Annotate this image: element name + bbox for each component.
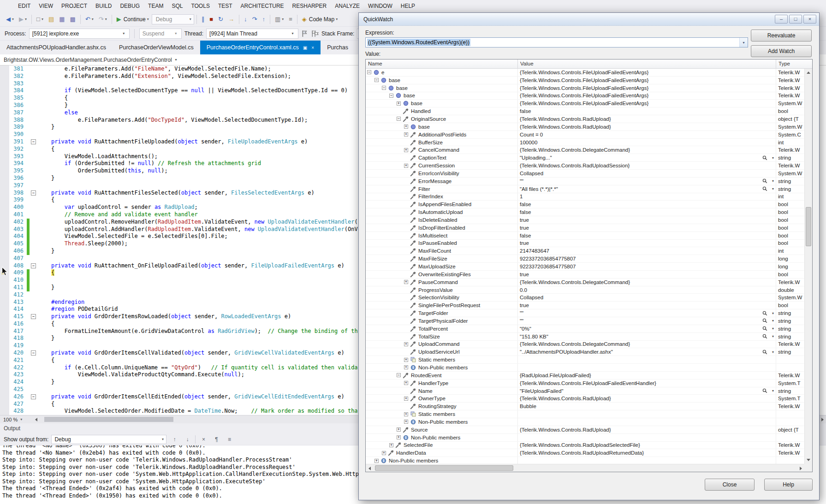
tab-pin-icon[interactable]: ▣ <box>303 45 307 50</box>
watch-hscrollbar[interactable] <box>366 464 804 472</box>
glyph-margin-cell[interactable] <box>0 182 9 190</box>
watch-row[interactable]: +HandlerType{Telerik.Windows.Controls.Fi… <box>366 379 804 387</box>
watch-row[interactable]: FilterIndex1int <box>366 193 804 201</box>
expression-dropdown-icon[interactable]: ▾ <box>739 38 748 47</box>
suspend-dropdown-icon[interactable]: ▾ <box>172 31 179 36</box>
glyph-margin-cell[interactable] <box>0 153 9 160</box>
glyph-margin-cell[interactable] <box>0 190 9 197</box>
menu-item-test[interactable]: TEST <box>214 0 237 12</box>
glyph-margin-cell[interactable] <box>0 131 9 138</box>
expand-icon[interactable]: + <box>404 365 408 369</box>
output-source-combo[interactable]: Debug ▾ <box>51 435 166 444</box>
glyph-margin-cell[interactable] <box>0 175 9 182</box>
zoom-dropdown-icon[interactable]: ▾ <box>20 417 22 421</box>
restart-button[interactable]: ↻ <box>216 14 226 25</box>
watch-row[interactable]: Handledfalsebool <box>366 107 804 115</box>
watch-row[interactable]: MaxFileCount2147483647int <box>366 247 804 255</box>
expand-icon[interactable]: + <box>404 125 408 129</box>
scroll-left-icon[interactable] <box>32 415 40 423</box>
visualizer-dropdown-icon[interactable]: ▾ <box>772 334 774 338</box>
glyph-margin-cell[interactable] <box>0 401 9 408</box>
watch-row[interactable]: RoutingStrategyBubbleTelerik.W <box>366 403 804 410</box>
watch-hscrollbar-thumb[interactable] <box>375 465 513 471</box>
watch-row[interactable]: MaxFileSize9223372036854775807long <box>366 255 804 263</box>
visualizer-dropdown-icon[interactable]: ▾ <box>772 350 774 354</box>
glyph-margin-cell[interactable] <box>0 328 9 335</box>
glyph-margin-cell[interactable] <box>0 117 9 124</box>
watch-row[interactable]: TotalSize"151.80 KB"▾string <box>366 333 804 341</box>
watch-window-button[interactable]: ▥▾ <box>273 14 286 25</box>
glyph-margin-cell[interactable] <box>0 277 9 284</box>
glyph-margin-cell[interactable] <box>0 196 9 204</box>
expand-icon[interactable]: + <box>404 381 408 385</box>
glyph-margin-cell[interactable] <box>0 291 9 299</box>
expand-icon[interactable]: + <box>397 435 401 439</box>
watch-row[interactable]: +SelectedFile{Telerik.Windows.Controls.R… <box>366 442 804 450</box>
glyph-margin-cell[interactable] <box>0 240 9 248</box>
redo-button[interactable]: ↷▾ <box>96 14 109 25</box>
glyph-margin-cell[interactable] <box>0 102 9 109</box>
menu-item-edit[interactable]: EDIT <box>14 0 35 12</box>
collapse-icon[interactable]: − <box>367 70 371 74</box>
tab-close-icon[interactable]: × <box>311 45 314 50</box>
reevaluate-button[interactable]: Reevaluate <box>751 30 812 42</box>
glyph-margin-cell[interactable] <box>0 306 9 313</box>
continue-button[interactable]: ▶Continue▾ <box>114 14 151 25</box>
glyph-margin-cell[interactable] <box>0 167 9 175</box>
save-button[interactable]: ▦ <box>57 14 67 25</box>
suspend-combo[interactable]: Suspend ▾ <box>139 29 182 39</box>
tab-2[interactable]: PurchaseOrderViewModel.cs <box>113 41 200 54</box>
menu-item-tools[interactable]: TOOLS <box>187 0 214 12</box>
column-header-type[interactable]: Type <box>776 59 812 68</box>
scroll-right-icon[interactable] <box>796 464 804 472</box>
visualizer-dropdown-icon[interactable]: ▾ <box>772 389 774 393</box>
visualizer-dropdown-icon[interactable]: ▾ <box>772 179 774 183</box>
back-button[interactable]: ◀▾ <box>4 14 16 25</box>
watch-row[interactable]: +Non-Public members <box>366 457 804 464</box>
watch-row[interactable]: −e{Telerik.Windows.Controls.FileUploadFa… <box>366 69 804 77</box>
watch-row[interactable]: −RoutedEvent{RadUpload.FileUploadFailed}… <box>366 372 804 379</box>
tab-3[interactable]: PurchaseOrderEntryControl.xaml.cs▣× <box>200 41 321 54</box>
collapse-region-icon[interactable]: − <box>31 314 36 319</box>
magnifier-icon[interactable] <box>762 349 768 355</box>
menu-item-view[interactable]: VIEW <box>35 0 57 12</box>
step-into-button[interactable]: ↓ <box>242 14 250 25</box>
immediate-window-button[interactable]: ≡ <box>286 14 295 25</box>
expand-icon[interactable]: + <box>404 358 408 362</box>
watch-row[interactable]: ErrorIconVisibilityCollapsedSystem.W <box>366 170 804 178</box>
watch-row[interactable]: Filter"All files (*.*)|*.*"▾string <box>366 185 804 193</box>
glyph-margin-cell[interactable] <box>0 371 9 379</box>
tab-4[interactable]: Purchas <box>321 41 355 54</box>
glyph-margin-cell[interactable] <box>0 65 9 73</box>
expand-icon[interactable]: + <box>374 459 379 463</box>
expand-icon[interactable]: + <box>404 164 408 168</box>
glyph-margin-cell[interactable] <box>0 350 9 357</box>
glyph-margin-cell[interactable] <box>0 313 9 320</box>
debug-target-combo[interactable]: Debug▾ <box>152 14 194 24</box>
collapse-icon[interactable]: − <box>389 94 393 98</box>
collapse-icon[interactable]: − <box>374 78 379 82</box>
zoom-control[interactable]: 100 % ▾ <box>0 417 32 422</box>
glyph-margin-cell[interactable] <box>0 211 9 219</box>
menu-item-build[interactable]: BUILD <box>91 0 116 12</box>
watch-row[interactable]: +base{Telerik.Windows.Controls.FileUploa… <box>366 100 804 107</box>
glyph-margin-cell[interactable] <box>0 386 9 393</box>
glyph-margin-cell[interactable] <box>0 393 9 401</box>
glyph-margin-cell[interactable] <box>0 284 9 291</box>
collapse-icon[interactable]: − <box>397 117 401 121</box>
watch-row[interactable]: BufferSize100000int <box>366 139 804 147</box>
watch-row[interactable]: IsPauseEnabledtruebool <box>366 240 804 248</box>
debug-target-dropdown-icon[interactable]: ▾ <box>190 17 191 21</box>
menu-item-help[interactable]: HELP <box>397 0 419 12</box>
watch-row[interactable]: CaptionText"Uploading..."▾string <box>366 154 804 162</box>
expand-icon[interactable]: + <box>404 148 408 152</box>
magnifier-icon[interactable] <box>762 318 768 324</box>
watch-row[interactable]: +CurrentSession{Telerik.Windows.Controls… <box>366 162 804 170</box>
add-watch-button[interactable]: Add Watch <box>751 45 812 57</box>
glyph-margin-cell[interactable] <box>0 408 9 415</box>
glyph-margin-cell[interactable] <box>0 299 9 306</box>
visualizer-dropdown-icon[interactable]: ▾ <box>772 311 774 315</box>
save-all-button[interactable]: ▩ <box>68 14 78 25</box>
watch-row[interactable]: SingleFilePerPostRequesttruebool <box>366 302 804 309</box>
output-source-dropdown-icon[interactable]: ▾ <box>159 437 166 441</box>
